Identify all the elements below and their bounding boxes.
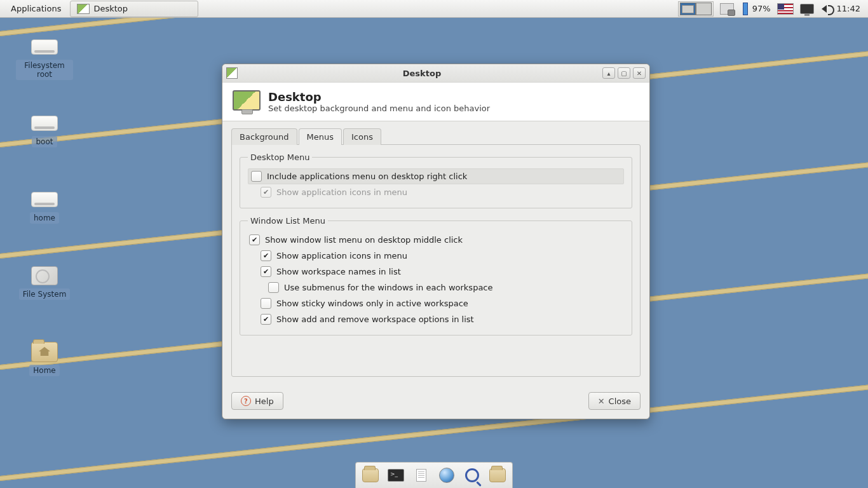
close-button[interactable]: ✕ Close (588, 392, 641, 410)
option-label: Show workspace names in list (276, 267, 401, 276)
workspace-2[interactable] (696, 3, 712, 15)
dock-home-folder[interactable] (489, 468, 506, 483)
volume-indicator[interactable] (818, 4, 831, 14)
desktop-icon-filesystem[interactable]: File System (16, 266, 73, 300)
checkbox-icon[interactable] (261, 250, 271, 261)
help-button[interactable]: ? Help (231, 392, 283, 410)
workspace-1[interactable] (680, 3, 696, 15)
taskbar-button-desktop[interactable]: Desktop (70, 1, 198, 17)
desktop-icon-filesystem-root[interactable]: Filesystem root (16, 37, 73, 80)
battery-icon (743, 3, 748, 15)
option-wl-submenus[interactable]: Use submenus for the windows in each wor… (267, 280, 624, 295)
home-folder-icon (31, 342, 58, 362)
desktop-icon-label: Home (29, 365, 59, 376)
group-window-list-menu: Window List Menu Show window list menu o… (240, 216, 632, 336)
dock-web-browser[interactable] (438, 468, 455, 483)
checkbox-icon[interactable] (249, 234, 260, 245)
dialog-title: Desktop (268, 90, 490, 104)
battery-percent: 97% (752, 4, 771, 13)
option-show-window-list[interactable]: Show window list menu on desktop middle … (248, 232, 624, 248)
desktop-icon-label: File System (19, 288, 71, 300)
dock-app-finder[interactable] (464, 468, 480, 483)
checkbox-icon[interactable] (261, 266, 271, 277)
tab-content-menus: Desktop Menu Include applications menu o… (231, 144, 641, 377)
harddisk-icon (31, 266, 58, 285)
checkbox-icon[interactable] (261, 298, 271, 309)
option-label: Show window list menu on desktop middle … (265, 235, 463, 245)
group-desktop-menu: Desktop Menu Include applications menu o… (240, 152, 632, 208)
desktop-icon-label: home (30, 212, 59, 224)
option-wl-add-remove[interactable]: Show add and remove workspace options in… (259, 311, 624, 327)
drive-icon (31, 39, 58, 55)
option-wl-sticky[interactable]: Show sticky windows only in active works… (259, 295, 624, 311)
option-label: Show application icons in menu (276, 187, 407, 197)
desktop-icon-label: Filesystem root (16, 60, 73, 80)
desktop-monitor-icon (233, 90, 261, 113)
dialog-subtitle: Set desktop background and menu and icon… (268, 104, 490, 113)
keyboard-layout-indicator[interactable] (775, 2, 796, 16)
option-label: Show sticky windows only in active works… (276, 299, 468, 308)
group-legend: Desktop Menu (248, 152, 312, 162)
group-legend: Window List Menu (248, 216, 328, 226)
close-icon: ✕ (598, 396, 605, 406)
applications-label: Applications (11, 4, 61, 13)
flag-us-icon (777, 3, 794, 15)
window-titlebar[interactable]: Desktop ▴ ▢ ✕ (222, 64, 649, 83)
option-show-app-icons-desktop-menu: Show application icons in menu (259, 184, 624, 200)
button-label: Close (609, 396, 631, 406)
option-wl-workspace-names[interactable]: Show workspace names in list (259, 264, 624, 280)
window-maximize-button[interactable]: ▢ (618, 67, 630, 79)
window-roll-up-button[interactable]: ▴ (602, 67, 615, 79)
drive-icon (31, 116, 58, 131)
option-label: Include applications menu on desktop rig… (267, 172, 467, 181)
workspace-switcher[interactable] (678, 1, 714, 17)
document-icon (416, 469, 426, 482)
top-panel: Applications Desktop 97% 11:42 (0, 0, 868, 18)
option-label: Show add and remove workspace options in… (276, 315, 474, 324)
dialog-header: Desktop Set desktop background and menu … (222, 83, 649, 121)
desktop-icon-boot[interactable]: boot (16, 113, 73, 147)
desktop-icon-home-drive[interactable]: home (16, 189, 73, 224)
dialog-footer: ? Help ✕ Close (222, 386, 649, 419)
window-close-button[interactable]: ✕ (633, 67, 646, 79)
desktop-icon-home-folder[interactable]: Home (16, 342, 73, 376)
screenshot-tray-icon[interactable] (715, 2, 739, 16)
checkbox-icon[interactable] (251, 171, 262, 182)
help-icon: ? (241, 396, 251, 406)
search-icon (465, 468, 479, 482)
desktop-icon-label: boot (32, 136, 57, 147)
terminal-icon (388, 469, 404, 482)
dock-text-editor[interactable] (413, 468, 430, 483)
tab-background[interactable]: Background (231, 128, 297, 145)
option-label: Use submenus for the windows in each wor… (284, 283, 493, 292)
tab-icons[interactable]: Icons (343, 128, 381, 145)
tab-bar: Background Menus Icons (231, 128, 641, 145)
option-wl-app-icons[interactable]: Show application icons in menu (259, 248, 624, 264)
checkbox-icon (261, 187, 271, 198)
desktop-settings-icon (77, 4, 90, 14)
applications-menu[interactable]: Applications (3, 3, 66, 15)
battery-indicator[interactable]: 97% (740, 1, 773, 17)
globe-icon (439, 468, 454, 483)
window-app-icon (226, 67, 238, 79)
button-label: Help (255, 396, 274, 406)
window-title: Desktop (241, 69, 602, 78)
option-include-apps-menu[interactable]: Include applications menu on desktop rig… (248, 168, 624, 184)
tab-menus[interactable]: Menus (299, 128, 342, 145)
taskbar-button-label: Desktop (93, 4, 128, 13)
speaker-icon (822, 5, 827, 13)
checkbox-icon[interactable] (268, 282, 279, 293)
desktop-settings-window: Desktop ▴ ▢ ✕ Desktop Set desktop backgr… (222, 64, 650, 419)
display-tray-icon[interactable] (797, 3, 817, 15)
option-label: Show application icons in menu (276, 251, 407, 261)
bottom-dock (355, 462, 513, 488)
checkbox-icon[interactable] (261, 314, 271, 325)
clock[interactable]: 11:42 (832, 4, 865, 13)
dock-file-manager[interactable] (362, 468, 379, 483)
dock-terminal[interactable] (388, 468, 404, 483)
drive-icon (31, 192, 58, 207)
